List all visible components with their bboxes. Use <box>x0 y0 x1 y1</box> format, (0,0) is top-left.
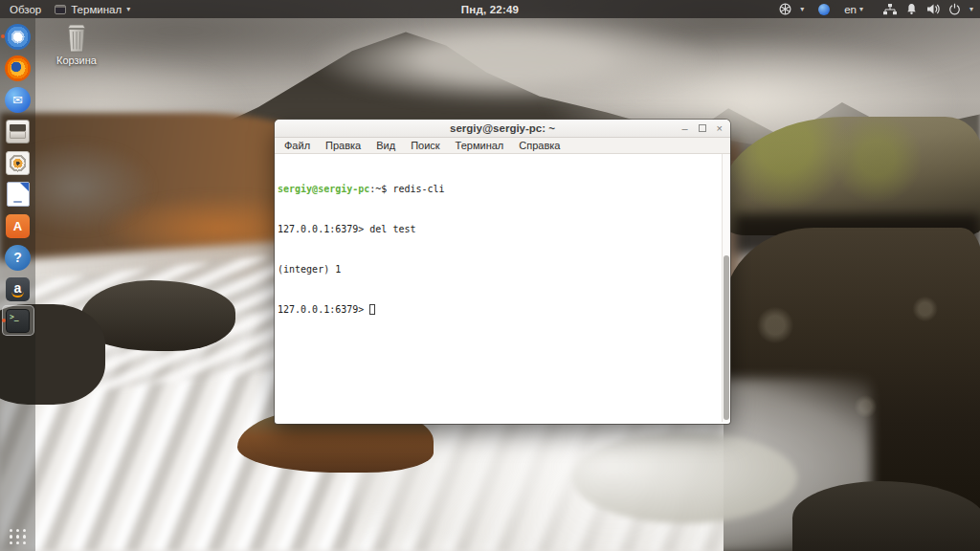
media-player-icon <box>6 151 30 175</box>
page-fold <box>20 183 29 191</box>
chevron-down-icon: ▾ <box>126 6 130 13</box>
dock-item-firefox[interactable] <box>2 55 33 81</box>
trash-icon <box>60 21 93 54</box>
dock-item-files[interactable] <box>2 118 33 144</box>
chevron-down-icon: ▾ <box>859 6 863 13</box>
terminal-line: (integer) 1 <box>278 263 719 276</box>
terminal-scrollbar[interactable] <box>722 154 730 422</box>
wallpaper-rock <box>572 432 797 523</box>
amazon-icon: a <box>6 277 30 301</box>
desktop-screen: Обзор Терминал ▾ Пнд, 22:49 ▾ en ▾ <box>0 0 980 551</box>
files-icon <box>6 120 30 143</box>
terminal-icon: >_ <box>6 309 30 333</box>
speaker-circle <box>7 152 29 174</box>
files-drawer-front <box>10 131 26 139</box>
wallpaper-boulder <box>720 117 980 235</box>
clock-button[interactable]: Пнд, 22:49 <box>461 0 519 18</box>
dock-item-terminal[interactable]: >_ <box>2 305 34 336</box>
menu-file[interactable]: Файл <box>277 139 318 152</box>
power-icon[interactable] <box>948 3 961 15</box>
firefox-icon <box>5 55 31 81</box>
keyboard-layout-button[interactable]: en ▾ <box>844 4 863 15</box>
wallpaper-boulder <box>724 228 980 551</box>
writer-icon <box>7 182 30 207</box>
terminal-menubar: Файл Правка Вид Поиск Терминал Справка <box>275 138 730 154</box>
terminal-cursor <box>369 304 375 315</box>
menu-terminal[interactable]: Терминал <box>448 139 512 152</box>
network-icon[interactable] <box>883 4 897 15</box>
terminal-line: 127.0.0.1:6379> <box>278 303 719 317</box>
terminal-mini-icon <box>55 5 66 14</box>
trash-label: Корзина <box>46 55 107 66</box>
redis-prompt: 127.0.0.1:6379> <box>278 304 369 315</box>
wallpaper-rock <box>80 280 235 351</box>
terminal-window: sergiy@sergiy-pc: ~ – × Файл Правка Вид … <box>275 120 730 424</box>
close-button[interactable]: × <box>717 122 723 134</box>
wallpaper-cloud <box>0 53 249 167</box>
menu-view[interactable]: Вид <box>368 139 403 152</box>
wallpaper-boulder <box>735 214 980 254</box>
window-title: sergiy@sergiy-pc: ~ <box>275 122 730 134</box>
chevron-down-icon: ▾ <box>800 6 804 13</box>
maximize-button[interactable] <box>699 124 706 132</box>
running-indicator-dot <box>2 319 6 322</box>
help-icon: ? <box>5 245 31 271</box>
terminal-content[interactable]: sergiy@sergiy-pc:~$ redis-cli 127.0.0.1:… <box>275 154 730 422</box>
amazon-smile <box>11 292 24 298</box>
dock-item-mail[interactable]: ✉ <box>2 86 33 113</box>
bell-icon[interactable] <box>905 3 918 15</box>
minimize-button[interactable]: – <box>681 122 687 134</box>
software-icon: A <box>6 214 30 238</box>
wallpaper-haze <box>306 14 718 105</box>
scrollbar-thumb[interactable] <box>724 255 729 420</box>
app-menu-label: Терминал <box>71 4 122 15</box>
chromium-icon <box>5 24 31 50</box>
menu-edit[interactable]: Правка <box>318 139 368 152</box>
keyboard-layout-label: en <box>844 4 857 15</box>
dock-item-help[interactable]: ? <box>2 244 33 271</box>
activities-button[interactable]: Обзор <box>10 4 41 15</box>
window-titlebar[interactable]: sergiy@sergiy-pc: ~ – × <box>275 120 730 138</box>
dock: ✉ A ? <box>0 18 35 551</box>
dock-item-writer[interactable] <box>2 181 33 208</box>
prompt-user-host: sergiy@sergiy-pc <box>278 184 369 194</box>
volume-icon[interactable] <box>926 3 940 15</box>
dock-item-media-player[interactable] <box>2 149 33 176</box>
dock-item-amazon[interactable]: a <box>2 276 33 302</box>
menu-search[interactable]: Поиск <box>403 139 447 152</box>
wallpaper-water <box>0 253 301 401</box>
wheel-indicator-icon[interactable] <box>779 3 791 15</box>
blue-app-icon[interactable] <box>818 4 830 15</box>
dock-item-chromium[interactable] <box>2 23 33 50</box>
app-menu-button[interactable]: Терминал ▾ <box>55 4 130 15</box>
terminal-line: sergiy@sergiy-pc:~$ redis-cli <box>278 183 719 196</box>
trash-desktop-icon[interactable]: Корзина <box>46 21 107 66</box>
menu-help[interactable]: Справка <box>511 139 568 152</box>
chevron-down-icon: ▾ <box>969 6 973 13</box>
wallpaper-rock <box>792 481 980 551</box>
dock-item-software[interactable]: A <box>2 212 33 239</box>
files-drawer-slot <box>10 124 26 131</box>
mail-icon: ✉ <box>5 87 31 113</box>
top-panel: Обзор Терминал ▾ Пнд, 22:49 ▾ en ▾ <box>0 0 980 18</box>
terminal-line: 127.0.0.1:6379> del test <box>278 223 719 236</box>
prompt-rest: :~$ redis-cli <box>369 184 444 194</box>
show-apps-grid-icon[interactable] <box>10 529 27 545</box>
